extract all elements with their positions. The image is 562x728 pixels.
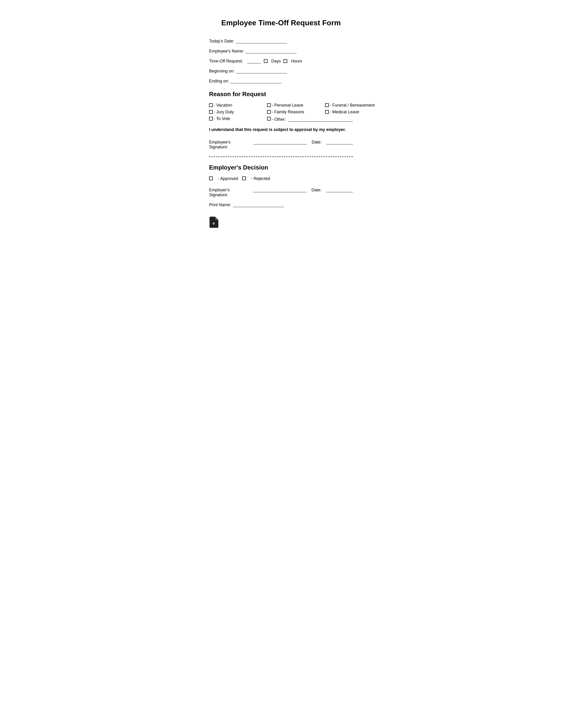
employer-date-underline[interactable] (326, 192, 353, 192)
other-underline[interactable] (288, 121, 353, 122)
reason-jury-duty: - Jury Duty (209, 110, 260, 114)
medical-leave-checkbox[interactable] (325, 110, 329, 114)
family-reasons-checkbox[interactable] (267, 110, 271, 114)
jury-duty-label: - Jury Duty (214, 110, 234, 114)
reason-to-vote: - To Vote (209, 116, 260, 121)
section-divider (209, 157, 353, 157)
reason-medical-leave: - Medical Leave (325, 110, 359, 114)
other-checkbox[interactable] (267, 117, 271, 121)
employee-signature-row: Employee's Signature: Date: (209, 140, 353, 150)
personal-leave-checkbox[interactable] (267, 103, 271, 107)
hours-checkbox[interactable] (283, 59, 288, 64)
file-icon: e (209, 217, 218, 228)
print-name-label: Print Name: (209, 202, 231, 207)
reason-family-reasons: - Family Reasons (267, 110, 318, 114)
time-off-request-label: Time-Off Request: (209, 59, 243, 64)
reason-vacation: - Vacation (209, 103, 260, 108)
svg-text:e: e (213, 221, 215, 225)
approved-rejected-row: - Approved - Rejected (209, 176, 353, 181)
funeral-label: - Funeral / Bereavement (330, 103, 375, 108)
time-off-request-field: Time-Off Request: Days Hours (209, 59, 353, 64)
to-vote-label: - To Vote (214, 116, 230, 121)
employee-sig-label: Employee's Signature: (209, 140, 249, 150)
ending-on-label: Ending on: (209, 79, 229, 84)
days-label: Days (271, 59, 281, 64)
employer-date-label: Date: (311, 188, 321, 193)
ending-on-underline[interactable] (231, 83, 281, 83)
hours-label: Hours (291, 59, 302, 64)
beginning-on-underline[interactable] (236, 73, 287, 73)
family-reasons-label: - Family Reasons (272, 110, 304, 114)
reason-row-2: - Jury Duty - Family Reasons - Medical L… (209, 110, 353, 114)
beginning-on-field: Beginning on: (209, 69, 353, 74)
jury-duty-checkbox[interactable] (209, 110, 213, 114)
personal-leave-label: - Personal Leave (272, 103, 303, 108)
approved-checkbox[interactable] (209, 176, 213, 180)
page-title: Employee Time-Off Request Form (209, 19, 353, 27)
days-checkbox[interactable] (264, 59, 269, 64)
employees-name-label: Employee's Name: (209, 49, 244, 54)
reason-funeral: - Funeral / Bereavement (325, 103, 375, 108)
other-label: - Other: (272, 117, 287, 122)
employee-date-label: Date: (311, 140, 321, 145)
bottom-file-icon: e (209, 217, 353, 230)
reason-row-1: - Vacation - Personal Leave - Funeral / … (209, 103, 353, 108)
form-page: Employee Time-Off Request Form Today's D… (191, 5, 371, 244)
rejected-label: - Rejected (251, 176, 270, 181)
employer-sig-underline[interactable] (253, 192, 307, 192)
employer-section-heading: Employer's Decision (209, 164, 353, 171)
reason-other: - Other: (267, 117, 353, 122)
to-vote-checkbox[interactable] (209, 117, 213, 121)
medical-leave-label: - Medical Leave (330, 110, 359, 114)
time-off-amount-underline[interactable] (247, 63, 261, 63)
todays-date-label: Today's Date: (209, 39, 234, 44)
approved-label: - Approved (218, 176, 238, 181)
employer-sig-label: Employer's Signature: (209, 188, 248, 197)
reason-row-3: - To Vote - Other: (209, 116, 353, 122)
vacation-label: - Vacation (214, 103, 232, 108)
beginning-on-label: Beginning on: (209, 69, 235, 74)
employer-signature-row: Employer's Signature: Date: (209, 188, 353, 197)
rejected-checkbox[interactable] (242, 176, 246, 180)
todays-date-field: Today's Date: (209, 39, 353, 44)
print-name-row: Print Name: (209, 202, 353, 207)
approval-text: I understand that this request is subjec… (209, 127, 353, 133)
reason-personal-leave: - Personal Leave (267, 103, 318, 108)
ending-on-field: Ending on: (209, 79, 353, 84)
reason-section-heading: Reason for Request (209, 91, 353, 98)
employees-name-field: Employee's Name: (209, 49, 353, 54)
vacation-checkbox[interactable] (209, 103, 213, 107)
funeral-checkbox[interactable] (325, 103, 329, 107)
